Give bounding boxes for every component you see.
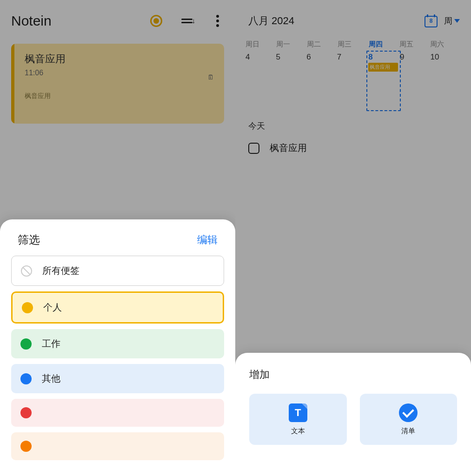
dot-icon	[20, 338, 32, 350]
dot-icon	[20, 373, 32, 384]
chevron-down-icon	[454, 19, 460, 23]
day-num: 5	[276, 53, 307, 62]
today-label: 今天	[235, 113, 471, 132]
weekday: 周三	[338, 40, 368, 49]
weekday: 周一	[276, 40, 307, 49]
weekday: 周六	[430, 40, 461, 49]
filter-item-personal[interactable]: 个人	[11, 291, 224, 324]
none-icon	[21, 265, 32, 277]
note-title: 枫音应用	[25, 52, 214, 66]
day-cell[interactable]: 10	[430, 53, 461, 113]
checkbox-icon[interactable]	[248, 143, 259, 154]
day-num: 10	[430, 53, 461, 62]
day-num: 8	[368, 53, 399, 62]
task-row[interactable]: 枫音应用	[235, 132, 471, 165]
day-cell[interactable]: 4	[245, 53, 276, 113]
filter-item-other[interactable]: 其他	[11, 364, 224, 393]
dot-icon	[20, 441, 32, 452]
calendar-icon[interactable]: 8	[425, 14, 438, 27]
day-num: 4	[245, 53, 276, 62]
filter-item-work[interactable]: 工作	[11, 329, 224, 358]
month-label: 八月 2024	[248, 14, 418, 28]
calendar-icon-day: 8	[425, 18, 438, 24]
add-list-label: 清单	[401, 427, 415, 436]
filter-item-orange[interactable]	[11, 432, 224, 460]
dot-icon	[22, 302, 33, 313]
view-selector[interactable]: 周	[444, 15, 460, 26]
day-num: 7	[337, 53, 368, 62]
filter-edit-button[interactable]: 编辑	[197, 233, 218, 247]
note-card[interactable]: 枫音应用 11:06 枫音应用	[11, 44, 224, 124]
weekday-row: 周日 周一 周二 周三 周四 周五 周六	[235, 31, 471, 51]
app-title: Notein	[11, 13, 140, 29]
weekday: 周五	[399, 40, 430, 49]
kebab-menu-icon[interactable]	[211, 14, 224, 27]
sort-icon[interactable]: ↓	[180, 14, 193, 27]
weekday: 周日	[245, 40, 276, 49]
filter-label: 工作	[42, 337, 60, 350]
add-text-button[interactable]: 文本	[249, 394, 347, 445]
filter-label: 个人	[43, 301, 62, 314]
task-name: 枫音应用	[270, 142, 307, 154]
day-num: 9	[400, 53, 431, 62]
view-label: 周	[444, 15, 452, 26]
filter-item-all[interactable]: 所有便签	[11, 256, 224, 286]
note-time: 11:06	[25, 69, 214, 77]
note-sub: 枫音应用	[25, 92, 214, 100]
date-row: 4 5 6 7 8 枫音应用 9 10	[235, 51, 471, 113]
note-accent	[11, 44, 14, 124]
text-icon	[289, 403, 307, 422]
filter-sheet: 筛选 编辑 所有便签 个人 工作 其他	[0, 219, 235, 476]
reminder-icon: 🗓	[207, 73, 214, 81]
day-cell[interactable]: 9	[400, 53, 431, 113]
dot-icon	[20, 407, 32, 418]
filter-label: 所有便签	[42, 264, 80, 277]
day-cell[interactable]: 7	[337, 53, 368, 113]
day-cell[interactable]: 5	[276, 53, 307, 113]
calendar-header: 八月 2024 8 周	[235, 0, 471, 31]
weekday: 周二	[307, 40, 338, 49]
day-cell[interactable]: 6	[306, 53, 337, 113]
day-num: 6	[306, 53, 337, 62]
left-header: Notein ↓	[0, 0, 235, 33]
filter-label: 其他	[42, 372, 60, 385]
event-chip[interactable]: 枫音应用	[368, 63, 398, 72]
weekday-active: 周四	[369, 40, 399, 49]
filter-sheet-title: 筛选	[18, 232, 40, 247]
day-cell-selected[interactable]: 8 枫音应用	[366, 51, 401, 111]
record-icon[interactable]	[150, 14, 163, 27]
check-icon	[399, 403, 418, 422]
add-text-label: 文本	[291, 427, 305, 436]
add-list-button[interactable]: 清单	[360, 394, 458, 445]
filter-item-red[interactable]	[11, 399, 224, 427]
add-sheet-title: 增加	[249, 368, 457, 382]
add-sheet: 增加 文本 清单	[235, 353, 471, 476]
